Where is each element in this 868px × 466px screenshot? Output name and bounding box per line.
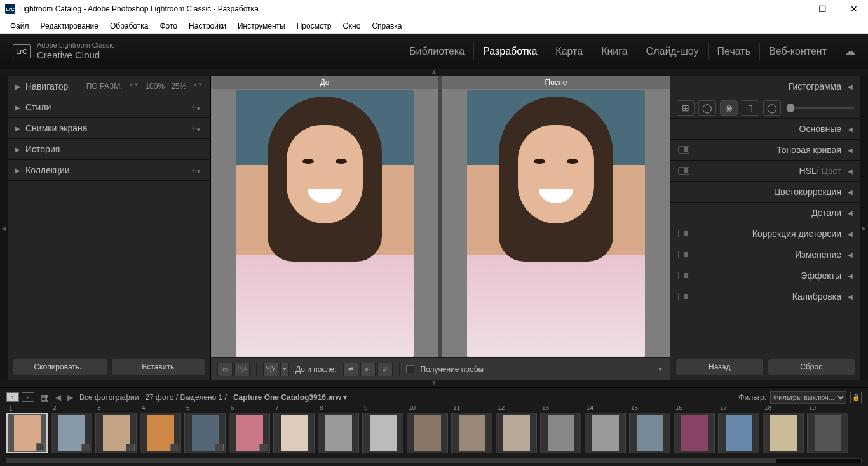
thumbnail[interactable]: 12 (496, 413, 537, 453)
thumbnail[interactable]: 16 (674, 413, 715, 453)
loupe-view-button[interactable]: ▭ (217, 363, 233, 376)
maximize-button[interactable]: ☐ (813, 4, 831, 14)
thumbnail[interactable]: 15 (629, 413, 670, 453)
crop-tool-icon[interactable]: ⊞ (677, 100, 695, 116)
top-reveal-handle[interactable]: ▲ (0, 69, 868, 76)
navigator-zoom-25[interactable]: 25% (171, 82, 186, 91)
thumbnail[interactable]: 9 (362, 413, 403, 453)
heal-tool-icon[interactable]: ◯ (698, 100, 716, 116)
thumbnail[interactable]: 1 (6, 413, 48, 453)
menu-Обработка[interactable]: Обработка (105, 20, 154, 32)
filmstrip-scrollbar[interactable] (0, 457, 868, 466)
nav-forward-icon[interactable]: ▶ (67, 393, 73, 402)
panel-Стили[interactable]: ▶Стили+▾ (8, 97, 210, 117)
histogram-header[interactable]: Гистограмма ◀ (670, 76, 860, 97)
module-Карта[interactable]: Карта (546, 43, 592, 60)
before-image[interactable] (211, 89, 438, 357)
radial-tool-icon[interactable]: ◯ (763, 100, 781, 116)
source-label[interactable]: Все фотографии (79, 393, 139, 402)
nav-back-icon[interactable]: ◀ (55, 393, 61, 402)
swap-button[interactable]: ⇄ (343, 363, 358, 376)
panel-Основные[interactable]: Основные◀ (670, 119, 860, 139)
toolbar-options-icon[interactable]: ▼ (657, 366, 663, 373)
panel-Эффекты[interactable]: Эффекты◀ (670, 265, 860, 286)
navigator-fit[interactable]: ПО РАЗМ. (86, 82, 123, 91)
bottom-reveal-handle[interactable]: ▼ (0, 380, 868, 387)
copy-both-button[interactable]: ⇵ (377, 363, 393, 376)
menu-Настройки[interactable]: Настройки (184, 20, 231, 32)
panel-switch[interactable] (678, 230, 689, 237)
panel-Коррекция дисторсии[interactable]: Коррекция дисторсии◀ (670, 223, 860, 244)
module-Книга[interactable]: Книга (592, 43, 637, 60)
close-button[interactable]: ✕ (845, 4, 863, 14)
panel-switch[interactable] (678, 251, 689, 258)
panel-Снимки экрана[interactable]: ▶Снимки экрана+▾ (8, 118, 210, 138)
thumbnail[interactable]: 6 (229, 413, 270, 453)
before-after-menu-icon[interactable]: ▼ (280, 363, 289, 376)
menu-Инструменты[interactable]: Инструменты (233, 20, 290, 32)
module-Слайд-шоу[interactable]: Слайд-шоу (637, 43, 709, 60)
thumbnail[interactable]: 11 (451, 413, 492, 453)
add-icon[interactable]: +▾ (191, 102, 203, 113)
copy-left-button[interactable]: ⇤ (360, 363, 376, 376)
panel-Изменение[interactable]: Изменение◀ (670, 244, 860, 265)
panel-Коллекции[interactable]: ▶Коллекции+▾ (8, 160, 210, 180)
panel-Цветокоррекция[interactable]: Цветокоррекция◀ (670, 182, 860, 202)
menu-Файл[interactable]: Файл (5, 20, 34, 32)
cloud-sync-icon[interactable]: ☁ (845, 45, 855, 57)
minimize-button[interactable]: — (782, 4, 799, 14)
left-edge-handle[interactable]: ◀ (0, 76, 8, 380)
reset-button[interactable]: Сброс (768, 359, 856, 375)
navigator-header[interactable]: ▶ Навигатор ПО РАЗМ.▲▼ 100% 25%▲▼ (8, 76, 210, 97)
panel-HSL[interactable]: HSL / Цвет◀ (670, 161, 860, 181)
filmstrip[interactable]: 12345678910111213141516171819 (0, 406, 868, 457)
thumbnail[interactable]: 4 (140, 413, 181, 453)
thumbnail[interactable]: 10 (407, 413, 448, 453)
back-button[interactable]: Назад (675, 359, 764, 375)
menu-Фото[interactable]: Фото (154, 20, 182, 32)
ref-view-button[interactable]: R|A (234, 363, 250, 376)
thumbnail[interactable]: 2 (51, 413, 92, 453)
thumbnail[interactable]: 7 (273, 413, 315, 453)
module-Печать[interactable]: Печать (709, 43, 760, 60)
module-Библиотека[interactable]: Библиотека (400, 43, 474, 60)
panel-Тоновая кривая[interactable]: Тоновая кривая◀ (670, 140, 860, 160)
thumbnail[interactable]: 17 (718, 413, 759, 453)
panel-switch[interactable] (678, 167, 689, 175)
secondary-monitor-button[interactable]: 2 (22, 392, 34, 402)
after-image[interactable] (442, 89, 670, 357)
panel-switch[interactable] (678, 146, 689, 154)
menu-Справка[interactable]: Справка (367, 20, 407, 32)
paste-settings-button[interactable]: Вставить (111, 359, 206, 375)
thumbnail[interactable]: 14 (585, 413, 626, 453)
module-Веб-контент[interactable]: Веб-контент (760, 43, 836, 60)
panel-switch[interactable] (678, 272, 689, 279)
right-edge-handle[interactable]: ▶ (860, 76, 868, 380)
thumbnail[interactable]: 3 (95, 413, 137, 453)
grid-view-icon[interactable]: ▦ (41, 392, 49, 403)
menu-Просмотр[interactable]: Просмотр (292, 20, 337, 32)
module-Разработка[interactable]: Разработка (474, 43, 546, 60)
thumbnail[interactable]: 5 (184, 413, 226, 453)
filter-select[interactable]: Фильтры выключ... (770, 391, 846, 404)
before-after-yy-button[interactable]: Y|Y (263, 363, 278, 376)
panel-Калибровка[interactable]: Калибровка◀ (670, 286, 860, 307)
redeye-tool-icon[interactable]: ◉ (720, 100, 738, 116)
filter-lock-icon[interactable]: 🔒 (850, 392, 862, 403)
thumbnail[interactable]: 18 (763, 413, 804, 453)
primary-monitor-button[interactable]: 1 (6, 392, 19, 402)
gradient-tool-icon[interactable]: ▯ (742, 100, 759, 116)
thumbnail[interactable]: 13 (540, 413, 581, 453)
navigator-zoom-100[interactable]: 100% (145, 82, 165, 91)
panel-История[interactable]: ▶История (8, 139, 210, 159)
mask-slider[interactable] (787, 107, 854, 109)
thumbnail[interactable]: 19 (807, 413, 848, 453)
copy-settings-button[interactable]: Скопировать... (13, 359, 107, 375)
thumbnail[interactable]: 8 (318, 413, 359, 453)
menu-Редактирование[interactable]: Редактирование (36, 20, 104, 32)
add-icon[interactable]: +▾ (191, 164, 203, 176)
add-icon[interactable]: +▾ (191, 123, 203, 134)
panel-Детали[interactable]: Детали◀ (670, 203, 860, 223)
menu-Окно[interactable]: Окно (338, 20, 366, 32)
soft-proof-checkbox[interactable] (406, 365, 414, 373)
